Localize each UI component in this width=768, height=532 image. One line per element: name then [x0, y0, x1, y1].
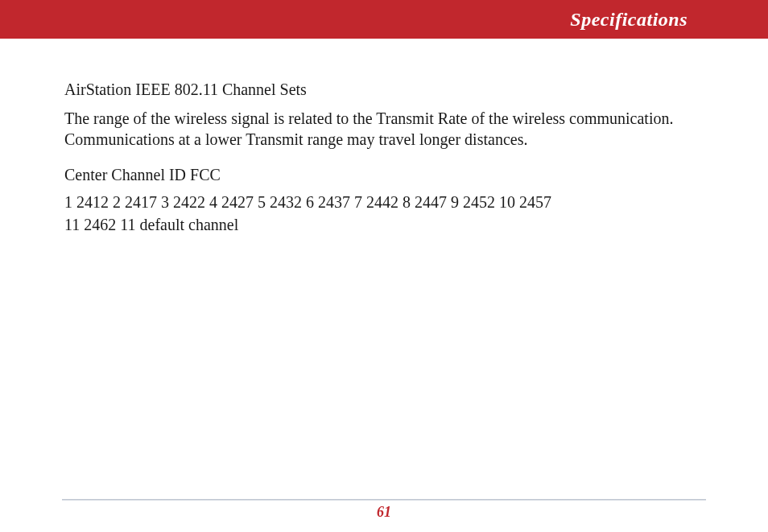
page-header-title: Specifications: [570, 9, 687, 31]
channel-list-line2: 11 2462 11 default channel: [64, 214, 704, 235]
footer-divider: [62, 499, 706, 501]
header-bar: Specifications: [0, 0, 768, 39]
sub-heading: Center Channel ID FCC: [64, 164, 704, 185]
page-number: 61: [377, 504, 391, 521]
page-footer: 61: [0, 499, 768, 521]
channel-list-line1: 1 2412 2 2417 3 2422 4 2427 5 2432 6 243…: [64, 192, 704, 212]
intro-paragraph: The range of the wireless signal is rela…: [64, 108, 704, 150]
page-content: AirStation IEEE 802.11 Channel Sets The …: [0, 39, 768, 235]
section-title: AirStation IEEE 802.11 Channel Sets: [64, 79, 704, 100]
